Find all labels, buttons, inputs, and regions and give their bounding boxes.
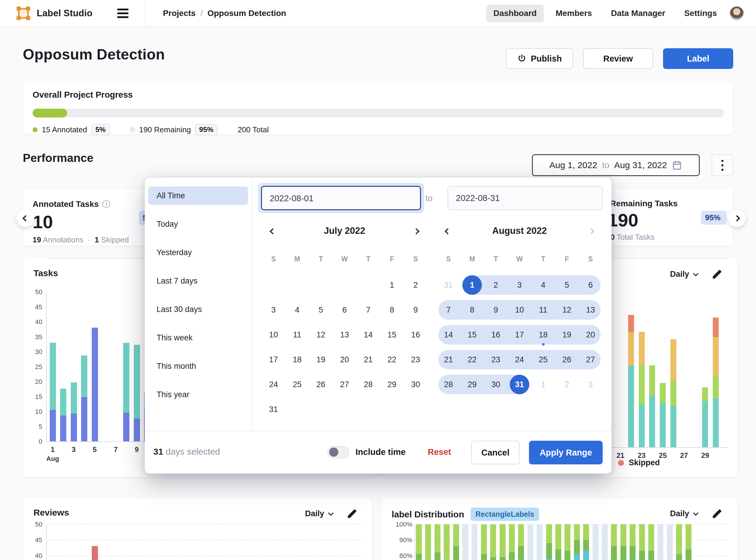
info-icon[interactable]: ⓘ — [102, 199, 111, 209]
day-25[interactable]: 25 — [531, 347, 555, 372]
day-15[interactable]: 15 — [460, 322, 484, 347]
day-28[interactable]: 28 — [356, 372, 380, 397]
calendar-next-icon[interactable] — [412, 227, 420, 237]
carousel-left-arrow[interactable] — [17, 209, 34, 227]
date-range-button[interactable]: Aug 1, 2022 to Aug 31, 2022 — [532, 154, 700, 176]
day-21[interactable]: 21 — [437, 347, 460, 372]
day-12[interactable]: 12 — [309, 322, 333, 347]
include-time-toggle[interactable] — [327, 446, 349, 459]
user-avatar[interactable] — [729, 6, 744, 21]
day-19[interactable]: 19 — [309, 347, 333, 372]
annotations-period-dropdown[interactable]: Daily — [670, 269, 698, 279]
day-22[interactable]: 22 — [380, 347, 404, 372]
preset-this-year[interactable]: This year — [148, 385, 248, 404]
day-21[interactable]: 21 — [356, 347, 380, 372]
day-1[interactable]: 1 — [460, 273, 484, 298]
day-11[interactable]: 11 — [285, 322, 309, 347]
day-8[interactable]: 8 — [460, 298, 484, 322]
publish-button[interactable]: Publish — [506, 48, 573, 69]
range-start-day[interactable]: 1 — [462, 275, 482, 295]
day-7[interactable]: 7 — [437, 298, 460, 322]
preset-this-week[interactable]: This week — [148, 328, 248, 347]
day-14[interactable]: 14 — [437, 322, 460, 347]
day-27[interactable]: 27 — [333, 372, 356, 397]
day-8[interactable]: 8 — [380, 298, 404, 322]
day-22[interactable]: 22 — [460, 347, 484, 372]
day-2[interactable]: 2 — [404, 273, 427, 298]
preset-yesterday[interactable]: Yesterday — [148, 243, 248, 262]
day-20[interactable]: 20 — [333, 347, 356, 372]
day-27[interactable]: 27 — [579, 347, 602, 372]
preset-last-7-days[interactable]: Last 7 days — [148, 272, 248, 290]
nav-tab-dashboard[interactable]: Dashboard — [486, 4, 544, 22]
edit-pencil-icon[interactable] — [711, 507, 723, 519]
edit-pencil-icon[interactable] — [346, 507, 358, 519]
day-24[interactable]: 24 — [508, 347, 531, 372]
day-3[interactable]: 3 — [262, 298, 285, 322]
review-button[interactable]: Review — [583, 48, 653, 69]
day-31-out[interactable]: 31 — [437, 273, 460, 298]
day-31[interactable]: 31 — [262, 397, 285, 422]
day-2-out[interactable]: 2 — [555, 372, 579, 397]
day-23[interactable]: 23 — [404, 347, 427, 372]
day-28[interactable]: 28 — [437, 372, 460, 397]
day-10[interactable]: 10 — [262, 322, 285, 347]
day-3[interactable]: 3 — [508, 273, 531, 298]
day-9[interactable]: 9 — [404, 298, 427, 322]
reviews-period-dropdown[interactable]: Daily — [305, 509, 333, 518]
hamburger-menu-icon[interactable] — [117, 8, 128, 18]
day-23[interactable]: 23 — [484, 347, 508, 372]
preset-last-30-days[interactable]: Last 30 days — [148, 300, 248, 319]
day-10[interactable]: 10 — [508, 298, 531, 322]
day-25[interactable]: 25 — [285, 372, 309, 397]
nav-tab-members[interactable]: Members — [549, 4, 599, 22]
day-1[interactable]: 1 — [380, 273, 404, 298]
day-13[interactable]: 13 — [579, 298, 602, 322]
day-13[interactable]: 13 — [333, 322, 356, 347]
day-4[interactable]: 4 — [531, 273, 555, 298]
distribution-period-dropdown[interactable]: Daily — [670, 509, 698, 518]
preset-all-time[interactable]: All Time — [148, 186, 248, 205]
nav-tab-data-manager[interactable]: Data Manager — [604, 4, 673, 22]
day-26[interactable]: 26 — [555, 347, 579, 372]
day-4[interactable]: 4 — [285, 298, 309, 322]
day-16[interactable]: 16 — [484, 322, 508, 347]
day-3-out[interactable]: 3 — [579, 372, 602, 397]
day-5[interactable]: 5 — [555, 273, 579, 298]
day-5[interactable]: 5 — [309, 298, 333, 322]
breadcrumb-projects[interactable]: Projects — [163, 8, 196, 18]
day-16[interactable]: 16 — [404, 322, 427, 347]
label-studio-logo-icon[interactable] — [17, 6, 30, 20]
day-29[interactable]: 29 — [380, 372, 404, 397]
day-7[interactable]: 7 — [356, 298, 380, 322]
cancel-button[interactable]: Cancel — [471, 441, 519, 464]
day-29[interactable]: 29 — [460, 372, 484, 397]
day-18[interactable]: 18 — [285, 347, 309, 372]
day-19[interactable]: 19 — [555, 322, 579, 347]
nav-tab-settings[interactable]: Settings — [677, 4, 724, 22]
day-11[interactable]: 11 — [531, 298, 555, 322]
range-end-day[interactable]: 31 — [510, 375, 529, 394]
day-31[interactable]: 31 — [508, 372, 531, 397]
day-9[interactable]: 9 — [484, 298, 508, 322]
day-6[interactable]: 6 — [579, 273, 602, 298]
day-20[interactable]: 20 — [579, 322, 602, 347]
day-17[interactable]: 17 — [262, 347, 285, 372]
day-6[interactable]: 6 — [333, 298, 356, 322]
day-24[interactable]: 24 — [262, 372, 285, 397]
preset-this-month[interactable]: This month — [148, 357, 248, 375]
day-2[interactable]: 2 — [484, 273, 508, 298]
day-15[interactable]: 15 — [380, 322, 404, 347]
apply-range-button[interactable]: Apply Range — [529, 441, 603, 464]
day-17[interactable]: 17 — [508, 322, 531, 347]
preset-today[interactable]: Today — [148, 215, 248, 233]
day-30[interactable]: 30 — [404, 372, 427, 397]
reset-button[interactable]: Reset — [428, 447, 451, 457]
day-14[interactable]: 14 — [356, 322, 380, 347]
performance-menu-button[interactable] — [712, 154, 733, 176]
day-12[interactable]: 12 — [555, 298, 579, 322]
carousel-right-arrow[interactable] — [728, 209, 745, 227]
label-button[interactable]: Label — [663, 48, 733, 69]
day-1-out[interactable]: 1 — [531, 372, 555, 397]
day-30[interactable]: 30 — [484, 372, 508, 397]
